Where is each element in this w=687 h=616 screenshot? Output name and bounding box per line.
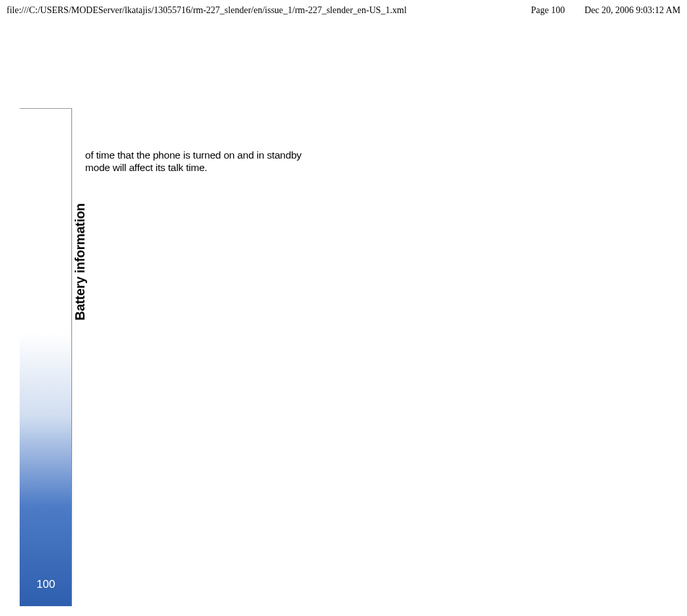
body-text: of time that the phone is turned on and … — [85, 149, 327, 174]
page-indicator: Page 100 — [531, 5, 565, 16]
page-number: 100 — [20, 578, 72, 591]
page-body: Battery information 100 of time that the… — [20, 108, 609, 606]
section-title: Battery information — [73, 203, 88, 320]
file-path: file:///C:/USERS/MODEServer/lkatajis/130… — [7, 5, 511, 16]
sidebar: Battery information 100 — [20, 108, 72, 606]
timestamp: Dec 20, 2006 9:03:12 AM — [584, 5, 680, 16]
print-header: file:///C:/USERS/MODEServer/lkatajis/130… — [0, 0, 687, 21]
